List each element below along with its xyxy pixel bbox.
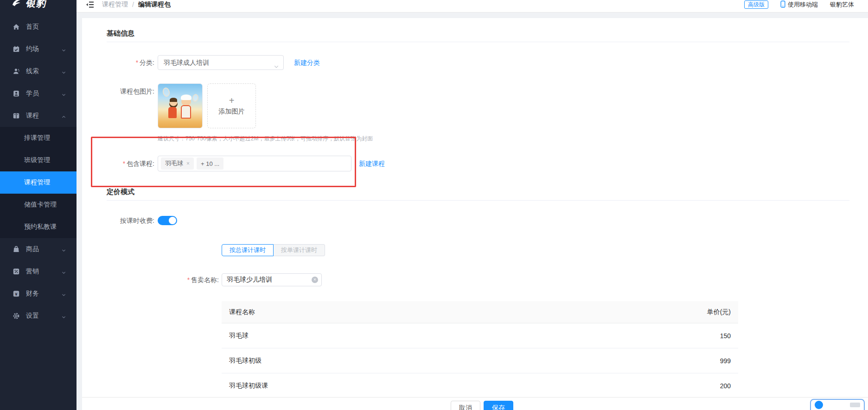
submenu-item-private-lesson[interactable]: 预约私教课 xyxy=(0,216,77,238)
breadcrumb-current: 编辑课程包 xyxy=(138,0,171,9)
sidebar-item-students[interactable]: 学员 xyxy=(0,82,77,105)
included-courses-input[interactable]: 羽毛球 × + 10 ... xyxy=(158,156,351,171)
table-row[interactable]: 羽毛球初级 999 xyxy=(222,348,738,373)
course-tag-label: 羽毛球 xyxy=(165,159,183,168)
course-name-cell: 羽毛球初级 xyxy=(229,357,675,365)
included-courses-label: *包含课程: xyxy=(82,156,154,171)
sidebar-item-marketing[interactable]: 营销 xyxy=(0,260,77,283)
unit-price-cell: 200 xyxy=(675,382,731,390)
sidebar-item-label: 线索 xyxy=(26,67,39,76)
sidebar-item-finance[interactable]: ¥ 财务 xyxy=(0,283,77,305)
chevron-up-icon xyxy=(61,114,66,119)
sidebar-nav: 首页 约场 线索 学员 课程 xyxy=(0,13,77,327)
edit-course-package-card: 基础信息 *分类: 羽毛球成人培训 新建分类 课程包图片: + 添加图片 建议尺… xyxy=(82,18,868,410)
add-image-button[interactable]: + 添加图片 xyxy=(207,83,256,128)
basic-info-section-title: 基础信息 xyxy=(107,29,134,38)
home-icon xyxy=(13,23,20,31)
sidebar-item-goods[interactable]: 商品 xyxy=(0,238,77,260)
sidebar-item-courses[interactable]: 课程 xyxy=(0,105,77,127)
category-label: *分类: xyxy=(82,55,154,70)
table-row[interactable]: 羽毛球 150 xyxy=(222,323,738,348)
required-star: * xyxy=(123,160,125,167)
chat-mini-shape xyxy=(850,403,860,407)
mobile-app-label: 使用移动端 xyxy=(788,0,818,9)
sidebar-item-label: 商品 xyxy=(26,245,39,253)
logo-text: 银豹 xyxy=(26,0,46,10)
kid-figure-shape xyxy=(181,97,191,106)
kid-figure-shape xyxy=(168,107,177,118)
mobile-app-link[interactable]: 使用移动端 xyxy=(780,0,818,9)
course-tag-more-label: + 10 ... xyxy=(201,160,219,167)
sidebar-item-venues[interactable]: 约场 xyxy=(0,38,77,60)
badminton-racket-shape xyxy=(191,94,199,102)
hour-counting-tabs: 按总课计课时 按单课计课时 xyxy=(222,244,325,256)
clear-input-icon[interactable]: × xyxy=(312,277,318,283)
book-icon xyxy=(13,112,20,120)
chevron-down-icon xyxy=(61,291,66,296)
tab-total-hours[interactable]: 按总课计课时 xyxy=(222,244,274,256)
unit-price-cell: 999 xyxy=(675,357,731,365)
charge-by-hours-toggle[interactable] xyxy=(158,216,177,225)
sidebar-item-label: 设置 xyxy=(26,312,39,320)
sidebar-item-label: 财务 xyxy=(26,290,39,298)
badminton-racket-shape xyxy=(162,87,171,97)
sidebar-item-settings[interactable]: 设置 xyxy=(0,305,77,327)
tag-close-icon[interactable]: × xyxy=(186,160,190,167)
save-button[interactable]: 保存 xyxy=(484,401,513,410)
collapse-menu-icon[interactable] xyxy=(85,0,95,9)
sidebar-item-leads[interactable]: 线索 xyxy=(0,60,77,82)
chevron-down-icon xyxy=(61,91,66,96)
sidebar-item-label: 学员 xyxy=(26,89,39,98)
course-package-image[interactable] xyxy=(158,83,203,128)
section-divider xyxy=(107,42,849,42)
chevron-down-icon xyxy=(61,47,66,52)
chevron-down-icon xyxy=(61,69,66,74)
app-screen: 银豹 首页 约场 线索 学员 xyxy=(0,0,868,410)
sidebar: 银豹 首页 约场 线索 学员 xyxy=(0,0,77,410)
course-name-cell: 羽毛球 xyxy=(229,332,675,340)
submenu-item-label: 课程管理 xyxy=(24,178,50,187)
percent-icon xyxy=(13,268,20,275)
section-divider xyxy=(107,200,849,201)
submenu-item-label: 预约私教课 xyxy=(24,223,57,231)
image-upload-hint: 建议尺寸：750*750像素，大小不超过2M，最多上传5张，可拖动排序，默认首张… xyxy=(158,135,373,143)
phone-icon xyxy=(780,0,785,9)
category-select-value: 羽毛球成人培训 xyxy=(164,59,209,66)
account-name[interactable]: 银豹艺体 xyxy=(830,0,854,9)
cancel-button[interactable]: 取消 xyxy=(451,401,480,410)
course-price-table: 课程名称 单价(元) 羽毛球 150 羽毛球初级 999 羽毛球初级课 200 xyxy=(222,301,738,398)
kid-figure-shape xyxy=(181,105,191,119)
sidebar-item-label: 约场 xyxy=(26,45,39,53)
sidebar-item-label: 首页 xyxy=(26,23,39,31)
new-course-link[interactable]: 新建课程 xyxy=(359,156,385,171)
sale-name-input[interactable] xyxy=(222,273,322,286)
category-select[interactable]: 羽毛球成人培训 xyxy=(158,55,284,70)
submenu-item-label: 排课管理 xyxy=(24,134,50,142)
calendar-check-icon xyxy=(13,45,20,53)
column-unit-price: 单价(元) xyxy=(675,308,731,316)
pricing-section-title: 定价模式 xyxy=(107,188,134,196)
required-star: * xyxy=(136,59,138,66)
column-course-name: 课程名称 xyxy=(229,308,675,316)
new-category-link[interactable]: 新建分类 xyxy=(294,55,320,70)
submenu-item-course-management[interactable]: 课程管理 xyxy=(0,171,77,194)
submenu-item-class-management[interactable]: 班级管理 xyxy=(0,149,77,171)
plan-badge[interactable]: 高级版 xyxy=(744,0,768,9)
table-row[interactable]: 羽毛球初级课 200 xyxy=(222,373,738,398)
course-tag-more[interactable]: + 10 ... xyxy=(197,158,223,170)
breadcrumb-parent[interactable]: 课程管理 xyxy=(102,0,128,9)
chevron-down-icon xyxy=(61,269,66,274)
chat-avatar-icon xyxy=(815,401,823,409)
course-tag[interactable]: 羽毛球 × xyxy=(161,158,194,170)
person-icon xyxy=(13,68,20,75)
chat-widget[interactable] xyxy=(810,399,865,410)
submenu-item-stored-value-card[interactable]: 储值卡管理 xyxy=(0,194,77,216)
student-badge-icon xyxy=(13,90,20,97)
sale-name-label: *售卖名称: xyxy=(82,273,219,286)
chevron-down-icon xyxy=(61,247,66,252)
sidebar-item-home[interactable]: 首页 xyxy=(0,16,77,38)
submenu-item-schedule-management[interactable]: 排课管理 xyxy=(0,127,77,149)
required-star: * xyxy=(187,276,190,284)
tab-single-hours[interactable]: 按单课计课时 xyxy=(274,244,325,256)
logo[interactable]: 银豹 xyxy=(0,0,77,13)
